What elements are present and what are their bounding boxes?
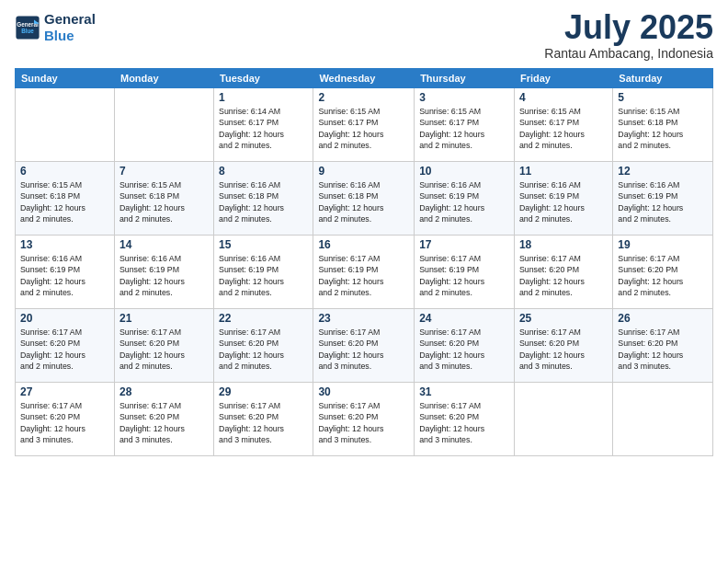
day-info: Sunrise: 6:17 AM Sunset: 6:20 PM Dayligh…	[519, 327, 608, 372]
day-number: 24	[419, 312, 509, 325]
day-info: Sunrise: 6:15 AM Sunset: 6:18 PM Dayligh…	[119, 179, 209, 224]
day-number: 12	[618, 165, 708, 178]
calendar-header-row: Sunday Monday Tuesday Wednesday Thursday…	[16, 69, 713, 88]
table-row: 21Sunrise: 6:17 AM Sunset: 6:20 PM Dayli…	[114, 309, 213, 383]
day-info: Sunrise: 6:17 AM Sunset: 6:20 PM Dayligh…	[419, 327, 509, 372]
table-row: 16Sunrise: 6:17 AM Sunset: 6:19 PM Dayli…	[313, 236, 415, 309]
table-row: 22Sunrise: 6:17 AM Sunset: 6:20 PM Dayli…	[214, 309, 313, 383]
day-number: 1	[219, 91, 308, 104]
calendar-week-row: 27Sunrise: 6:17 AM Sunset: 6:20 PM Dayli…	[16, 383, 713, 456]
day-info: Sunrise: 6:17 AM Sunset: 6:20 PM Dayligh…	[20, 400, 109, 445]
calendar-table: Sunday Monday Tuesday Wednesday Thursday…	[15, 68, 713, 456]
day-number: 27	[20, 385, 109, 398]
day-info: Sunrise: 6:17 AM Sunset: 6:19 PM Dayligh…	[318, 253, 409, 298]
day-info: Sunrise: 6:15 AM Sunset: 6:17 PM Dayligh…	[519, 106, 608, 151]
day-info: Sunrise: 6:17 AM Sunset: 6:20 PM Dayligh…	[219, 327, 308, 372]
table-row: 28Sunrise: 6:17 AM Sunset: 6:20 PM Dayli…	[114, 383, 213, 456]
day-info: Sunrise: 6:17 AM Sunset: 6:20 PM Dayligh…	[119, 400, 209, 445]
col-thursday: Thursday	[415, 69, 515, 88]
table-row: 13Sunrise: 6:16 AM Sunset: 6:19 PM Dayli…	[16, 236, 115, 309]
table-row	[114, 88, 213, 162]
day-info: Sunrise: 6:16 AM Sunset: 6:19 PM Dayligh…	[20, 253, 109, 298]
day-info: Sunrise: 6:16 AM Sunset: 6:19 PM Dayligh…	[519, 179, 608, 224]
day-info: Sunrise: 6:17 AM Sunset: 6:20 PM Dayligh…	[618, 253, 708, 298]
day-number: 29	[219, 385, 308, 398]
col-sunday: Sunday	[16, 69, 115, 88]
day-number: 2	[318, 91, 409, 104]
col-saturday: Saturday	[613, 69, 713, 88]
table-row: 29Sunrise: 6:17 AM Sunset: 6:20 PM Dayli…	[214, 383, 313, 456]
svg-text:Blue: Blue	[21, 28, 34, 34]
logo-icon: General Blue	[15, 15, 40, 40]
calendar-week-row: 13Sunrise: 6:16 AM Sunset: 6:19 PM Dayli…	[16, 236, 713, 309]
table-row	[514, 383, 612, 456]
table-row: 7Sunrise: 6:15 AM Sunset: 6:18 PM Daylig…	[114, 162, 213, 236]
day-number: 31	[419, 385, 509, 398]
day-number: 5	[618, 91, 708, 104]
day-info: Sunrise: 6:17 AM Sunset: 6:20 PM Dayligh…	[318, 327, 409, 372]
day-number: 7	[119, 165, 209, 178]
location: Rantau Ambacang, Indonesia	[544, 46, 713, 61]
day-info: Sunrise: 6:16 AM Sunset: 6:19 PM Dayligh…	[219, 253, 308, 298]
day-number: 30	[318, 385, 409, 398]
table-row: 12Sunrise: 6:16 AM Sunset: 6:19 PM Dayli…	[613, 162, 713, 236]
day-info: Sunrise: 6:16 AM Sunset: 6:18 PM Dayligh…	[318, 179, 409, 224]
col-friday: Friday	[514, 69, 612, 88]
table-row: 23Sunrise: 6:17 AM Sunset: 6:20 PM Dayli…	[313, 309, 415, 383]
table-row: 5Sunrise: 6:15 AM Sunset: 6:18 PM Daylig…	[613, 88, 713, 162]
day-number: 9	[318, 165, 409, 178]
table-row: 20Sunrise: 6:17 AM Sunset: 6:20 PM Dayli…	[16, 309, 115, 383]
day-info: Sunrise: 6:17 AM Sunset: 6:19 PM Dayligh…	[419, 253, 509, 298]
day-number: 17	[419, 238, 509, 251]
header: General Blue General Blue July 2025 Rant…	[15, 11, 713, 61]
day-number: 4	[519, 91, 608, 104]
day-number: 19	[618, 238, 708, 251]
day-number: 11	[519, 165, 608, 178]
table-row: 15Sunrise: 6:16 AM Sunset: 6:19 PM Dayli…	[214, 236, 313, 309]
day-info: Sunrise: 6:15 AM Sunset: 6:17 PM Dayligh…	[419, 106, 509, 151]
day-number: 10	[419, 165, 509, 178]
day-number: 6	[20, 165, 109, 178]
table-row: 24Sunrise: 6:17 AM Sunset: 6:20 PM Dayli…	[415, 309, 515, 383]
day-info: Sunrise: 6:17 AM Sunset: 6:20 PM Dayligh…	[618, 327, 708, 372]
logo: General Blue General Blue	[15, 11, 96, 44]
table-row: 19Sunrise: 6:17 AM Sunset: 6:20 PM Dayli…	[613, 236, 713, 309]
day-info: Sunrise: 6:17 AM Sunset: 6:20 PM Dayligh…	[318, 400, 409, 445]
logo-text: General Blue	[44, 11, 96, 44]
day-info: Sunrise: 6:17 AM Sunset: 6:20 PM Dayligh…	[519, 253, 608, 298]
day-info: Sunrise: 6:17 AM Sunset: 6:20 PM Dayligh…	[419, 400, 509, 445]
col-tuesday: Tuesday	[214, 69, 313, 88]
calendar-week-row: 20Sunrise: 6:17 AM Sunset: 6:20 PM Dayli…	[16, 309, 713, 383]
col-monday: Monday	[114, 69, 213, 88]
day-number: 16	[318, 238, 409, 251]
table-row: 31Sunrise: 6:17 AM Sunset: 6:20 PM Dayli…	[415, 383, 515, 456]
table-row: 3Sunrise: 6:15 AM Sunset: 6:17 PM Daylig…	[415, 88, 515, 162]
day-info: Sunrise: 6:16 AM Sunset: 6:19 PM Dayligh…	[419, 179, 509, 224]
day-number: 20	[20, 312, 109, 325]
table-row	[613, 383, 713, 456]
day-info: Sunrise: 6:15 AM Sunset: 6:17 PM Dayligh…	[318, 106, 409, 151]
day-number: 8	[219, 165, 308, 178]
day-number: 13	[20, 238, 109, 251]
table-row: 27Sunrise: 6:17 AM Sunset: 6:20 PM Dayli…	[16, 383, 115, 456]
day-number: 23	[318, 312, 409, 325]
day-number: 15	[219, 238, 308, 251]
calendar-week-row: 1Sunrise: 6:14 AM Sunset: 6:17 PM Daylig…	[16, 88, 713, 162]
month-title: July 2025	[544, 11, 713, 44]
table-row: 10Sunrise: 6:16 AM Sunset: 6:19 PM Dayli…	[415, 162, 515, 236]
table-row: 11Sunrise: 6:16 AM Sunset: 6:19 PM Dayli…	[514, 162, 612, 236]
day-info: Sunrise: 6:15 AM Sunset: 6:18 PM Dayligh…	[618, 106, 708, 151]
col-wednesday: Wednesday	[313, 69, 415, 88]
day-info: Sunrise: 6:16 AM Sunset: 6:19 PM Dayligh…	[119, 253, 209, 298]
day-info: Sunrise: 6:15 AM Sunset: 6:18 PM Dayligh…	[20, 179, 109, 224]
day-info: Sunrise: 6:17 AM Sunset: 6:20 PM Dayligh…	[119, 327, 209, 372]
day-number: 22	[219, 312, 308, 325]
table-row: 8Sunrise: 6:16 AM Sunset: 6:18 PM Daylig…	[214, 162, 313, 236]
day-number: 21	[119, 312, 209, 325]
day-info: Sunrise: 6:17 AM Sunset: 6:20 PM Dayligh…	[20, 327, 109, 372]
table-row: 6Sunrise: 6:15 AM Sunset: 6:18 PM Daylig…	[16, 162, 115, 236]
table-row: 30Sunrise: 6:17 AM Sunset: 6:20 PM Dayli…	[313, 383, 415, 456]
day-info: Sunrise: 6:14 AM Sunset: 6:17 PM Dayligh…	[219, 106, 308, 151]
table-row	[16, 88, 115, 162]
day-number: 26	[618, 312, 708, 325]
